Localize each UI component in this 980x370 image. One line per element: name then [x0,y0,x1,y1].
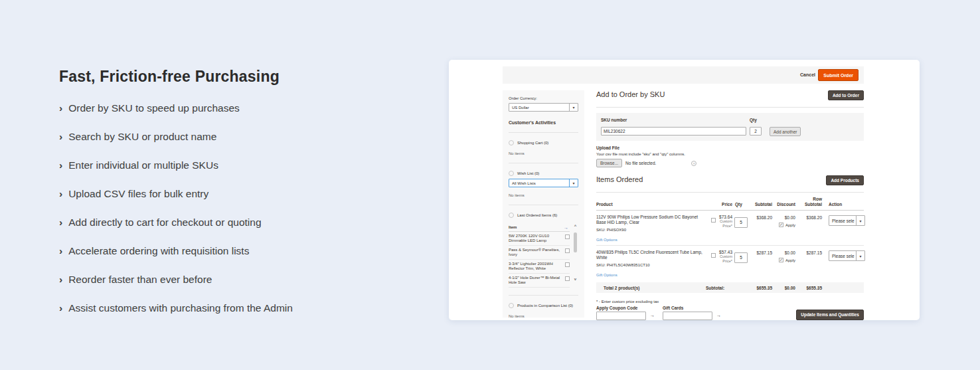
sidebar-item-wish-list[interactable]: Wish List (0) [509,171,578,176]
add-products-button[interactable]: Add Products [826,175,864,185]
action-select[interactable]: Please sele [829,250,865,261]
chevron-down-icon[interactable] [856,216,864,225]
last-ordered-label: Last Ordered Items (6) [517,213,557,217]
coupon-input[interactable] [596,312,646,320]
chevron-bullet-icon: › [59,131,62,143]
sidebar-item-last-ordered[interactable]: Last Ordered Items (6) [509,213,578,218]
divider [509,132,578,133]
item-checkbox[interactable] [565,248,570,253]
row-checkbox[interactable] [711,253,716,258]
gift-card-input[interactable] [663,312,712,320]
activities-title: Customer's Activities [509,120,578,125]
wish-list-select[interactable]: All Wish Lists [509,179,578,187]
currency-select[interactable]: US Dollar [509,103,578,112]
col-action: Action [822,202,864,207]
cancel-button[interactable]: Cancel [800,72,815,77]
action-select[interactable]: Please sele [829,215,865,226]
empty-text: No items [509,314,578,318]
action-select-value: Please sele [829,251,856,260]
qty-header: Qty [750,118,757,122]
list-item: ›Reorder faster than ever before [59,265,293,294]
product-name: 40W/835 Philips TL5C Circline Fluorescen… [596,250,708,260]
row-qty-input[interactable] [734,217,748,228]
wish-list-select-value: All Wish Lists [509,179,569,187]
chevron-bullet-icon: › [59,188,62,200]
scroll-down-icon[interactable] [572,277,578,281]
table-row: 5W 2700K 120V GU10 Dimmable LED Lamp [509,232,570,246]
chevron-bullet-icon: › [59,102,62,114]
row-qty-input[interactable] [734,252,748,263]
empty-text: No items [509,193,578,197]
list-item: ›Upload CSV files for bulk entry [59,179,293,208]
order-topbar: Cancel Submit Order [503,66,864,84]
list-item: ›Add directly to cart for checkout or qu… [59,208,293,236]
scroll-up-icon[interactable] [572,224,578,228]
product-sku: SKU: PHISOX90 [596,228,708,232]
chevron-bullet-icon: › [59,302,62,314]
refresh-icon[interactable] [509,171,514,176]
feature-text: Enter individual or multiple SKUs [68,159,218,171]
sidebar-item-comparison-list[interactable]: Products in Comparison List (0) [509,303,578,308]
remove-icon[interactable] [691,161,696,166]
scrollbar[interactable] [572,224,578,281]
subtotal-value: $287.15 [751,250,772,267]
qty-input[interactable] [750,127,762,136]
totals-label: Total 2 product(s) [604,286,639,290]
item-checkbox[interactable] [565,262,570,267]
apply-coupon-arrow-icon[interactable]: → [650,313,655,318]
divider [509,295,578,296]
item-name: Pass & Seymour® Panelites, Ivory [509,248,565,257]
update-items-button[interactable]: Update Items and Quantities [796,310,864,320]
row-subtotal-value: $287.15 [795,250,822,267]
comparison-list-label: Products in Comparison List (0) [517,304,573,308]
divider [509,205,578,205]
chevron-bullet-icon: › [59,159,62,171]
table-row: 3-3/4" Lightolier 2001WH Reflector Trim,… [509,260,570,274]
discount-value: $0.00 [772,215,795,220]
upload-file-label: Upload File [596,145,864,150]
page-title: Fast, Friction-free Purchasing [59,68,457,86]
item-checkbox[interactable] [565,234,570,239]
apply-checkbox[interactable] [779,223,783,227]
item-name: 5W 2700K 120V GU10 Dimmable LED Lamp [509,234,565,243]
add-to-order-button[interactable]: Add to Order [828,90,864,100]
admin-screenshot: Cancel Submit Order Order Currency: US D… [449,60,920,320]
scrollbar-thumb[interactable] [574,232,577,252]
sku-number-input[interactable] [601,127,746,136]
refresh-icon[interactable] [509,303,514,308]
custom-note-line2: Price* [722,259,732,263]
coupon-gift-row: Apply Coupon Code Gift Cards → → Update … [596,306,864,320]
apply-gift-card-arrow-icon[interactable]: → [716,313,721,318]
add-another-button[interactable]: Add another [770,127,801,136]
add-to-order-arrow-icon[interactable] [564,225,570,230]
feature-text: Upload CSV files for bulk entry [68,188,208,200]
submit-order-button[interactable]: Submit Order [818,69,858,81]
refresh-icon[interactable] [509,213,514,218]
sku-section-header: Add to Order by SKU Add to Order [596,90,864,101]
feature-text: Order by SKU to speed up purchases [68,102,240,114]
refresh-icon[interactable] [509,140,514,145]
gift-options-link[interactable]: Gift Options [596,238,617,242]
col-subtotal: Subtotal [751,202,772,207]
sidebar-item-shopping-cart[interactable]: Shopping Cart (0) [509,140,578,145]
browse-button[interactable]: Browse... [596,159,622,167]
divider [596,107,864,108]
list-item: ›Assist customers with purchasing from t… [59,294,293,322]
product-sku: SKU: PHITL5C40W8351CT10 [596,263,708,267]
price-value: $73.64 [718,215,732,219]
chevron-down-icon[interactable] [569,179,578,187]
totals-row-subtotal: $655.35 [807,286,823,290]
gift-options-link[interactable]: Gift Options [596,273,617,277]
table-row: 4-1/2" Hole Dozer™ Bi-Metal Hole Saw [509,274,570,288]
chevron-bullet-icon: › [59,217,62,229]
order-currency-label: Order Currency: [509,96,578,100]
item-name: 3-3/4" Lightolier 2001WH Reflector Trim,… [509,262,565,271]
section-title: Items Ordered [596,175,864,183]
item-checkbox[interactable] [565,276,570,281]
row-checkbox[interactable] [711,218,716,223]
chevron-down-icon[interactable] [569,104,578,111]
apply-checkbox[interactable] [779,258,783,262]
chevron-down-icon[interactable] [856,251,864,260]
subtotal-value: $368.20 [751,215,772,232]
upload-file-block: Upload File Your csv file must include "… [596,145,864,167]
